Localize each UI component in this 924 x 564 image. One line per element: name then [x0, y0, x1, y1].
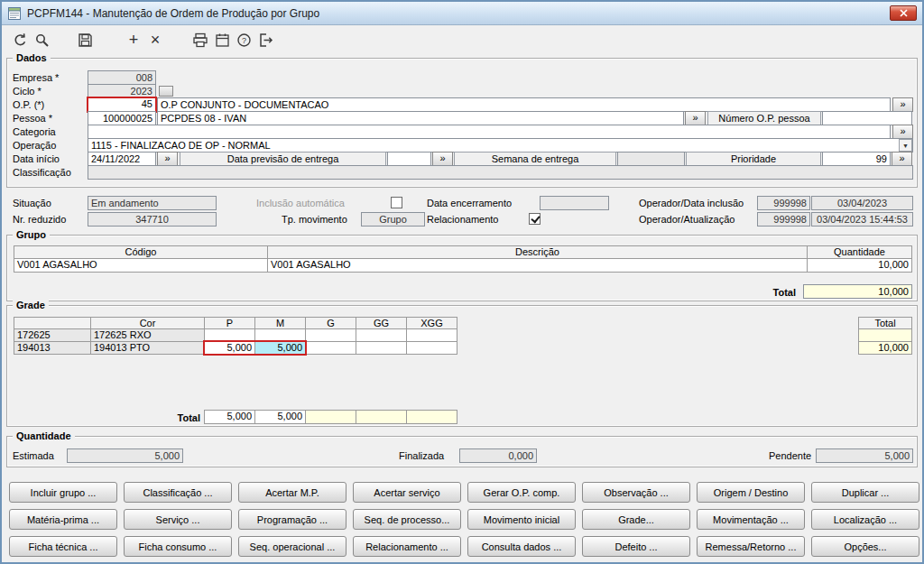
localizacao-button[interactable]: Localização ...	[811, 509, 919, 530]
toolbar: + × ?	[2, 26, 922, 53]
classificacao-button[interactable]: Classificação ...	[124, 482, 232, 503]
observacao-button[interactable]: Observação ...	[582, 482, 690, 503]
grade-column-total	[356, 410, 407, 424]
seq-operacional-button[interactable]: Seq. operacional ...	[238, 536, 346, 557]
grade-row-color[interactable]: 172625 RXO	[90, 328, 205, 342]
data-inicio-lookup-button[interactable]: »	[157, 152, 178, 166]
grupo-header-quantidade: Quantidade	[807, 245, 912, 259]
finalizada-field: 0,000	[459, 448, 537, 463]
numero-op-pessoa-label: Número O.P. pessoa	[707, 111, 821, 125]
grade-header-m: M	[254, 317, 306, 329]
grade-cell[interactable]	[356, 328, 407, 342]
remessa-retorno-button[interactable]: Remessa/Retorno ...	[697, 536, 805, 557]
ficha-tecnica-button[interactable]: Ficha técnica ...	[9, 536, 117, 557]
data-previsao-label: Data previsão de entrega	[180, 152, 386, 166]
plus-icon: +	[129, 32, 139, 48]
save-button[interactable]	[74, 29, 96, 51]
help-button[interactable]: ?	[233, 29, 254, 51]
ficha-consumo-button[interactable]: Ficha consumo ...	[124, 536, 232, 557]
grade-cell[interactable]	[305, 328, 356, 342]
grade-button[interactable]: Grade...	[582, 509, 690, 530]
data-inicio-field[interactable]: 24/11/2022	[88, 152, 156, 166]
op-lookup-button[interactable]: »	[892, 97, 913, 112]
add-button[interactable]: +	[123, 29, 144, 51]
pessoa-code-field[interactable]: 100000025	[88, 111, 156, 125]
dropdown-arrow-icon[interactable]	[899, 139, 912, 152]
estimada-field: 5,000	[67, 448, 183, 463]
grade-column-total	[305, 410, 356, 424]
grupo-total-label: Total	[724, 287, 796, 298]
inclusao-automatica-label: Inclusão automática	[256, 198, 345, 208]
save-icon	[78, 32, 93, 48]
data-previsao-field[interactable]	[387, 152, 431, 166]
pessoa-name-field[interactable]: PCPDES 08 - IVAN	[157, 111, 684, 125]
nr-reduzido-field: 347710	[88, 212, 217, 227]
relacionamento-button[interactable]: Relacionamento ...	[353, 536, 461, 557]
numero-op-pessoa-field[interactable]	[822, 111, 912, 125]
duplicar-button[interactable]: Duplicar ...	[811, 482, 919, 503]
grupo-row-codigo[interactable]: V001 AGASALHO	[14, 258, 268, 273]
grade-cell[interactable]	[406, 328, 457, 342]
operador-atualizacao-date-field: 03/04/2023 15:44:53	[811, 212, 913, 227]
grade-cell[interactable]	[204, 328, 255, 342]
grade-row-code[interactable]: 172625	[14, 328, 91, 342]
grade-cell-selected[interactable]: 5,000	[254, 341, 306, 355]
grade-cell[interactable]	[254, 328, 306, 342]
movimento-inicial-button[interactable]: Movimento inicial	[467, 509, 576, 530]
incluir-grupo-button[interactable]: Incluir grupo ...	[9, 482, 117, 503]
acertar-servico-button[interactable]: Acertar serviço	[353, 482, 461, 503]
grupo-row-quantidade[interactable]: 10,000	[807, 258, 912, 273]
grade-header-total: Total	[858, 317, 912, 329]
quantidade-legend: Quantidade	[13, 430, 75, 441]
defeito-button[interactable]: Defeito ...	[582, 536, 690, 557]
print-button[interactable]	[189, 29, 211, 51]
delete-button[interactable]: ×	[144, 29, 166, 51]
opcoes-button[interactable]: Opções...	[811, 536, 919, 557]
grade-column-total: 5,000	[254, 410, 306, 424]
relacionamento-checkbox[interactable]	[529, 213, 541, 225]
close-icon	[900, 9, 908, 17]
grade-cell[interactable]	[305, 341, 356, 355]
grade-cell[interactable]	[356, 341, 407, 355]
seq-de-processo-button[interactable]: Seq. de processo...	[353, 509, 461, 530]
pessoa-lookup-button[interactable]: »	[685, 111, 706, 125]
grade-row-total	[858, 328, 912, 342]
consulta-dados-button[interactable]: Consulta dados ...	[467, 536, 576, 557]
categoria-lookup-button[interactable]: »	[892, 125, 913, 139]
grade-cell[interactable]	[406, 341, 457, 355]
grade-header-gg: GG	[356, 317, 407, 329]
search-button[interactable]	[31, 29, 52, 51]
acertar-mp-button[interactable]: Acertar M.P.	[238, 482, 346, 503]
grade-cell[interactable]: 5,000	[204, 341, 255, 355]
prioridade-lookup-button[interactable]: »	[892, 152, 912, 166]
categoria-field[interactable]	[88, 125, 891, 139]
title-bar: PCPFM144 - Manutenção de Ordem de Produç…	[2, 2, 922, 25]
servico-button[interactable]: Serviço ...	[124, 509, 232, 530]
op-description-field[interactable]: O.P CONJUNTO - DOCUMENTACAO	[157, 97, 891, 112]
grade-row-color[interactable]: 194013 PTO	[90, 341, 205, 355]
grade-row-code[interactable]: 194013	[14, 341, 91, 355]
undo-button[interactable]	[9, 29, 31, 51]
movimentacao-button[interactable]: Movimentação ...	[697, 509, 805, 530]
grade-row-total: 10,000	[858, 341, 912, 355]
gerar-op-comp-button[interactable]: Gerar O.P. comp.	[467, 482, 576, 503]
inclusao-automatica-checkbox[interactable]	[391, 197, 402, 208]
exit-button[interactable]	[254, 29, 276, 51]
origem-destino-button[interactable]: Origem / Destino	[697, 482, 805, 503]
prioridade-field[interactable]: 99	[822, 152, 891, 166]
close-button[interactable]	[890, 5, 917, 21]
x-icon: ×	[151, 32, 161, 48]
semana-entrega-field	[617, 152, 685, 166]
ciclo-mini-button[interactable]	[159, 86, 173, 97]
print-icon	[192, 32, 208, 48]
pendente-label: Pendente	[769, 450, 811, 461]
operacao-combo[interactable]: 1115 - FINALIZACAO DE OP - NORMAL	[88, 138, 913, 153]
calendar-button[interactable]	[211, 29, 233, 51]
materia-prima-button[interactable]: Matéria-prima ...	[9, 509, 117, 530]
operador-inclusao-label: Operador/Data inclusão	[639, 198, 744, 208]
data-previsao-lookup-button[interactable]: »	[432, 152, 453, 166]
grupo-row-descricao[interactable]: V001 AGASALHO	[267, 258, 808, 273]
operador-inclusao-num-field: 999998	[757, 196, 810, 210]
programacao-button[interactable]: Programação ...	[238, 509, 346, 530]
grupo-total-field: 10,000	[803, 284, 912, 299]
